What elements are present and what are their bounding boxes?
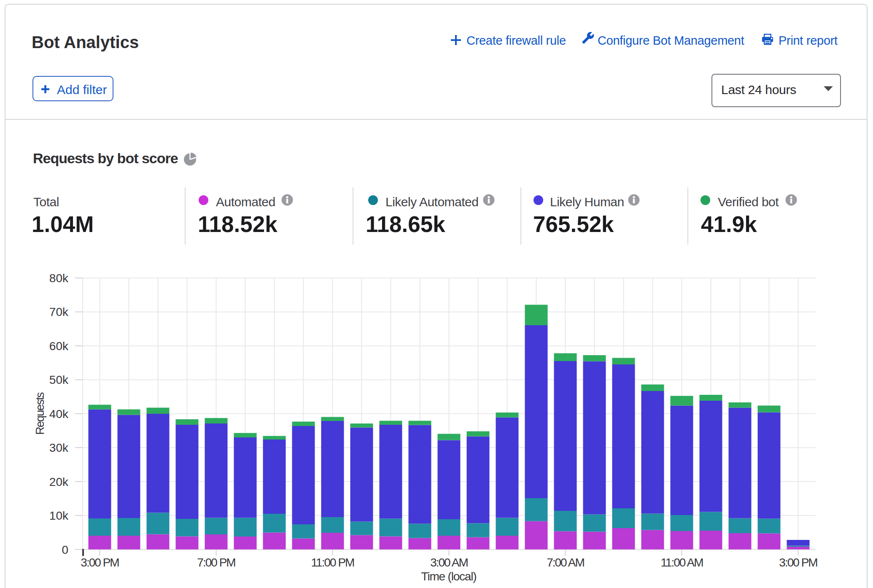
svg-text:50k: 50k	[49, 373, 69, 386]
svg-text:7:00 PM: 7:00 PM	[197, 556, 235, 569]
svg-text:Time (local): Time (local)	[421, 570, 477, 583]
svg-text:70k: 70k	[49, 305, 69, 318]
svg-text:30k: 30k	[49, 441, 69, 454]
svg-text:60k: 60k	[49, 340, 69, 353]
svg-text:0: 0	[62, 543, 68, 556]
svg-text:7:00 AM: 7:00 AM	[547, 556, 584, 569]
svg-text:3:00 PM: 3:00 PM	[779, 556, 817, 569]
svg-text:20k: 20k	[49, 475, 69, 488]
svg-text:80k: 80k	[49, 272, 69, 285]
svg-text:Requests: Requests	[34, 392, 46, 435]
svg-text:11:00 AM: 11:00 AM	[660, 556, 703, 569]
svg-text:3:00 AM: 3:00 AM	[430, 556, 468, 569]
svg-text:40k: 40k	[49, 407, 69, 421]
svg-text:3:00 PM: 3:00 PM	[81, 556, 119, 569]
svg-text:10k: 10k	[49, 509, 69, 522]
svg-text:11:00 PM: 11:00 PM	[311, 556, 354, 569]
